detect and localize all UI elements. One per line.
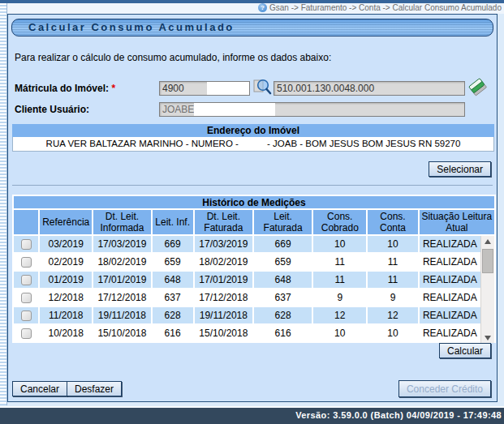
cell-leit-faturada: 648 — [254, 272, 312, 288]
endereco-header: Endereço do Imóvel — [12, 124, 494, 137]
search-icon[interactable] — [252, 77, 272, 96]
selecionar-button[interactable]: Selecionar — [429, 161, 491, 177]
cell-dt-leit-informada: 17/12/2018 — [93, 289, 150, 306]
cell-referencia: 03/2019 — [40, 236, 92, 252]
column-header-dt-leit-faturada: Dt. Leit. Faturada — [195, 210, 252, 234]
checkbox-cell — [14, 236, 38, 252]
cancelar-button[interactable]: Cancelar — [12, 381, 67, 396]
required-marker: * — [111, 83, 115, 94]
column-header-checkbox — [14, 210, 38, 234]
cell-referencia: 11/2018 — [40, 307, 92, 323]
cell-cons-conta: 10 — [368, 236, 417, 252]
cell-cons-cobrado: 9 — [313, 289, 366, 306]
cell-leit-inf: 616 — [153, 325, 193, 341]
row-checkbox[interactable] — [21, 239, 32, 250]
scroll-up-icon[interactable] — [481, 236, 495, 247]
cell-leit-faturada: 669 — [254, 236, 312, 252]
cell-leit-faturada: 616 — [254, 325, 312, 341]
cell-dt-leit-informada: 17/01/2019 — [93, 272, 150, 288]
checkbox-cell — [14, 325, 38, 341]
cell-dt-leit-faturada: 17/03/2019 — [195, 236, 252, 252]
cell-leit-inf: 628 — [153, 307, 193, 323]
table-row: 03/2019 17/03/2019 669 17/03/2019 669 10… — [14, 236, 494, 252]
historico-table: Histórico de Medições Referência Dt. Lei… — [12, 195, 496, 343]
instruction-text: Para realizar o cálculo de consumo acumu… — [15, 52, 331, 63]
cell-referencia: 12/2018 — [40, 289, 92, 306]
table-row: 11/2018 19/11/2018 628 19/11/2018 628 12… — [14, 307, 494, 323]
column-header-situacao: Situação Leitura Atual — [420, 210, 494, 234]
row-checkbox[interactable] — [21, 275, 32, 285]
redaction-patch — [194, 103, 275, 116]
matricula-label: Mátricula do Imóvel: * — [15, 83, 115, 94]
cell-cons-cobrado: 10 — [313, 325, 366, 341]
main-panel: Calcular Consumo Acumulado Para realizar… — [7, 14, 498, 402]
column-header-referencia: Referência — [40, 210, 92, 234]
cell-leit-inf: 637 — [153, 289, 193, 306]
cell-referencia: 01/2019 — [40, 272, 92, 288]
checkbox-cell — [14, 254, 38, 270]
cell-cons-cobrado: 11 — [313, 272, 366, 288]
cell-leit-faturada: 659 — [254, 254, 312, 270]
cell-referencia: 02/2019 — [40, 254, 92, 270]
column-header-cons-conta: Cons. Conta — [368, 210, 417, 234]
cliente-label: Cliente Usuário: — [15, 104, 89, 115]
version-text: Versão: 3.59.0.0 (Batch) 04/09/2019 - 17… — [295, 410, 502, 420]
cell-dt-leit-faturada: 19/11/2018 — [195, 307, 252, 323]
cell-dt-leit-faturada: 15/10/2018 — [195, 325, 252, 341]
inscricao-input[interactable] — [274, 81, 465, 96]
column-header-dt-leit-informada: Dt. Leit. Informada — [93, 210, 150, 234]
cell-leit-inf: 659 — [153, 254, 193, 270]
column-header-leit-inf: Leit. Inf. — [153, 210, 193, 234]
checkbox-cell — [14, 272, 38, 288]
row-checkbox[interactable] — [21, 328, 32, 339]
cell-referencia: 10/2018 — [40, 325, 92, 341]
cell-cons-cobrado: 10 — [313, 236, 366, 252]
footer-bar: Versão: 3.59.0.0 (Batch) 04/09/2019 - 17… — [0, 406, 504, 424]
cell-leit-faturada: 637 — [254, 289, 312, 306]
desfazer-button[interactable]: Desfazer — [67, 381, 122, 396]
cell-dt-leit-faturada: 17/01/2019 — [195, 272, 252, 288]
calcular-button[interactable]: Calcular — [439, 343, 491, 358]
row-checkbox[interactable] — [21, 293, 32, 303]
column-header-leit-faturada: Leit. Faturada — [254, 210, 312, 234]
cell-leit-inf: 648 — [153, 272, 193, 288]
row-checkbox[interactable] — [21, 311, 32, 321]
cell-cons-conta: 11 — [368, 272, 417, 288]
table-title: Histórico de Medições — [14, 196, 494, 208]
breadcrumb: ? Gsan -> Faturamento -> Conta -> Calcul… — [258, 2, 502, 13]
cell-leit-inf: 669 — [153, 236, 193, 252]
cell-cons-cobrado: 11 — [313, 254, 366, 270]
cell-dt-leit-informada: 18/02/2019 — [93, 254, 150, 270]
redaction-patch — [207, 82, 249, 95]
page-title: Calcular Consumo Acumulado — [11, 19, 493, 36]
help-icon[interactable]: ? — [258, 3, 267, 12]
checkbox-cell — [14, 307, 38, 323]
left-panel-edge — [0, 3, 7, 405]
column-header-cons-cobrado: Cons. Cobrado — [313, 210, 366, 234]
cell-dt-leit-faturada: 17/12/2018 — [195, 289, 252, 306]
matricula-label-text: Mátricula do Imóvel: — [15, 83, 109, 94]
cell-cons-conta: 9 — [368, 289, 417, 306]
table-row: 02/2019 18/02/2019 659 18/02/2019 659 11… — [14, 254, 494, 270]
cell-dt-leit-informada: 15/10/2018 — [93, 325, 150, 341]
row-checkbox[interactable] — [21, 257, 32, 268]
scroll-down-icon[interactable] — [481, 332, 495, 343]
endereco-value[interactable]: RUA VER BALTAZAR MARINHO - NUMERO - - JO… — [12, 137, 494, 152]
cell-leit-faturada: 628 — [254, 307, 312, 323]
cell-cons-conta: 11 — [368, 254, 417, 270]
table-row: 10/2018 15/10/2018 616 15/10/2018 616 10… — [14, 325, 494, 341]
cell-dt-leit-informada: 17/03/2019 — [93, 236, 150, 252]
cell-cons-conta: 10 — [368, 325, 417, 341]
divider — [12, 185, 493, 186]
cell-dt-leit-informada: 19/11/2018 — [93, 307, 150, 323]
conceder-credito-button[interactable]: Conceder Crédito — [398, 380, 491, 397]
table-row: 01/2019 17/01/2019 648 17/01/2019 648 11… — [14, 272, 494, 288]
table-row: 12/2018 17/12/2018 637 17/12/2018 637 9 … — [14, 289, 494, 306]
checkbox-cell — [14, 289, 38, 306]
eraser-icon[interactable] — [467, 75, 489, 97]
scrollbar-thumb[interactable] — [482, 249, 493, 273]
breadcrumb-text: Gsan -> Faturamento -> Conta -> Calcular… — [269, 3, 502, 12]
cell-cons-cobrado: 12 — [313, 307, 366, 323]
cell-dt-leit-faturada: 18/02/2019 — [195, 254, 252, 270]
table-scrollbar[interactable] — [480, 236, 494, 343]
